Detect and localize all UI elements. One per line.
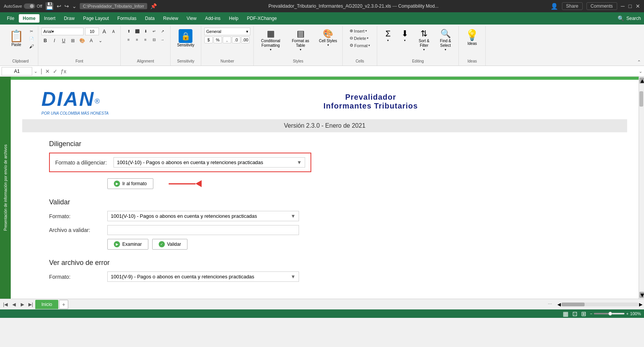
wrap-text-icon[interactable]: ↵	[151, 28, 158, 35]
save-icon[interactable]: 💾	[45, 2, 54, 10]
merge-icon[interactable]: ⊟	[151, 36, 158, 43]
tab-inicio[interactable]: Inicio	[35, 300, 58, 309]
italic-button[interactable]: I	[51, 37, 58, 44]
paste-button[interactable]: 📋 Paste	[6, 28, 26, 48]
formato-diligenciar-dropdown[interactable]: 1001(V-10) - Pagos o abonos en cuenta y …	[113, 157, 305, 168]
h-scroll-right[interactable]: ▶	[639, 302, 642, 307]
view-page-icon[interactable]: ⊡	[572, 310, 577, 317]
sensitivity-button[interactable]: 🔒 Sensitivity	[174, 28, 197, 49]
number-format-box[interactable]: General ▾	[204, 28, 250, 35]
find-select-button[interactable]: 🔍 Find & Select ▾	[435, 28, 455, 53]
delete-cells-button[interactable]: ⊖ Delete ▾	[348, 35, 370, 41]
scrollbar-thumb[interactable]	[639, 91, 643, 107]
menu-page-layout[interactable]: Page Layout	[79, 14, 113, 23]
view-page-break-icon[interactable]: ⊞	[581, 310, 586, 317]
cell-styles-button[interactable]: 🎨 Cell Styles ▾	[317, 28, 339, 48]
tab-last-btn[interactable]: ▶|	[27, 301, 34, 308]
indent-icon[interactable]: →	[159, 36, 166, 43]
align-bottom-icon[interactable]: ⬇	[142, 28, 149, 35]
scrollbar-down[interactable]: ▼	[639, 292, 644, 298]
format-painter-icon[interactable]: 🖌	[28, 43, 35, 50]
sort-filter-button[interactable]: ⇅ Sort & Filter ▾	[414, 28, 434, 53]
align-middle-icon[interactable]: ⬛	[134, 28, 141, 35]
menu-home[interactable]: Home	[19, 14, 39, 23]
menu-file[interactable]: File	[3, 14, 18, 23]
conditional-formatting-button[interactable]: ▦ Conditional Formatting ▾	[257, 28, 284, 53]
formula-right-icon[interactable]: ⌄	[639, 69, 642, 74]
formato-validar-dropdown[interactable]: 1001(V-10) - Pagos o abonos en cuenta y …	[107, 211, 299, 221]
share-button[interactable]: Share	[562, 2, 583, 10]
bold-button[interactable]: B	[41, 37, 49, 44]
archivo-validar-input[interactable]	[107, 225, 299, 235]
currency-icon[interactable]: $	[204, 36, 213, 43]
tab-add-button[interactable]: +	[59, 300, 68, 309]
h-scroll-left[interactable]: ◀	[557, 302, 561, 307]
orientation-icon[interactable]: ↗	[159, 28, 166, 35]
increase-decimal-icon[interactable]: .00	[241, 36, 250, 43]
tab-options-icon[interactable]: ⋯	[548, 302, 552, 307]
zoom-out-icon[interactable]: −	[590, 311, 592, 316]
fill-color-icon[interactable]: 🎨	[78, 37, 86, 44]
zoom-in-icon[interactable]: +	[626, 311, 628, 316]
scrollbar-up[interactable]: ▲	[639, 77, 644, 84]
increase-font-icon[interactable]: A	[100, 28, 108, 35]
insert-cells-button[interactable]: ⊕ Insert ▾	[348, 28, 368, 34]
h-scroll-thumb[interactable]	[562, 303, 585, 306]
tab-first-btn[interactable]: |◀	[2, 301, 9, 308]
align-left-icon[interactable]: ≡	[125, 36, 132, 43]
zoom-slider[interactable]	[594, 313, 624, 314]
maximize-icon[interactable]: □	[629, 3, 632, 9]
formula-expand-icon[interactable]: ⌄	[34, 69, 38, 74]
insert-function-icon[interactable]: ƒx	[61, 68, 66, 74]
ribbon-collapse[interactable]: ⌃	[637, 59, 641, 66]
view-normal-icon[interactable]: ▦	[563, 310, 568, 317]
menu-insert[interactable]: Insert	[40, 14, 59, 23]
comma-icon[interactable]: ,	[223, 36, 231, 43]
zoom-thumb[interactable]	[608, 312, 612, 316]
formula-input[interactable]	[69, 69, 636, 74]
redo-icon[interactable]: ↪	[64, 3, 69, 9]
examinar-button[interactable]: ▶ Examinar	[107, 239, 148, 250]
font-color-icon[interactable]: A	[87, 37, 95, 44]
percent-icon[interactable]: %	[214, 36, 222, 43]
close-icon[interactable]: ✕	[636, 3, 640, 9]
format-as-table-button[interactable]: ▤ Format as Table ▾	[287, 28, 314, 53]
font-name-box[interactable]: Arial ▾	[41, 28, 84, 35]
decrease-decimal-icon[interactable]: .0	[232, 36, 240, 43]
pin-icon[interactable]: 📌	[150, 3, 157, 9]
comments-button[interactable]: Comments	[586, 2, 617, 10]
cancel-formula-icon[interactable]: ✕	[45, 68, 50, 74]
align-top-icon[interactable]: ⬆	[125, 28, 132, 35]
vertical-scrollbar[interactable]: ▲ ▼	[639, 77, 644, 299]
ir-formato-button[interactable]: ▶ Ir al formato	[107, 178, 153, 189]
formato-error-dropdown[interactable]: 1001(V-9) - Pagos o abonos en cuenta y r…	[107, 271, 299, 282]
menu-data[interactable]: Data	[141, 14, 158, 23]
undo-icon[interactable]: ↩	[57, 3, 61, 9]
menu-review[interactable]: Review	[159, 14, 182, 23]
name-box[interactable]	[2, 67, 32, 76]
format-cells-button[interactable]: ⚙ Format ▾	[348, 42, 371, 49]
font-size-box[interactable]: 10	[85, 28, 99, 35]
menu-pdfxchange[interactable]: PDF-XChange	[243, 14, 281, 23]
customize-icon[interactable]: ⌄	[72, 3, 77, 9]
tab-prev-btn[interactable]: ◀	[10, 301, 18, 308]
avatar-icon[interactable]: 👤	[550, 3, 558, 10]
align-center-icon[interactable]: ≡	[134, 36, 141, 43]
border-icon[interactable]: ⊞	[69, 37, 77, 44]
cut-icon[interactable]: ✂	[28, 28, 35, 35]
fill-button[interactable]: ⬇ ▾	[397, 28, 412, 43]
menu-help[interactable]: Help	[225, 14, 242, 23]
confirm-formula-icon[interactable]: ✓	[53, 68, 58, 74]
menu-draw[interactable]: Draw	[60, 14, 79, 23]
decrease-font-icon[interactable]: A	[110, 28, 117, 35]
menu-addins[interactable]: Add-ins	[201, 14, 225, 23]
sum-button[interactable]: Σ ▾	[380, 28, 396, 43]
tab-next-btn[interactable]: ▶	[18, 301, 26, 308]
copy-icon[interactable]: 📄	[28, 35, 35, 42]
align-right-icon[interactable]: ≡	[142, 36, 149, 43]
validar-button[interactable]: ✓ Validar	[152, 239, 187, 250]
autosave-toggle[interactable]	[24, 3, 35, 9]
ideas-button[interactable]: 💡 Ideas	[463, 28, 481, 47]
font-more-icon[interactable]: ⌄	[97, 37, 104, 44]
underline-button[interactable]: U	[60, 37, 67, 44]
